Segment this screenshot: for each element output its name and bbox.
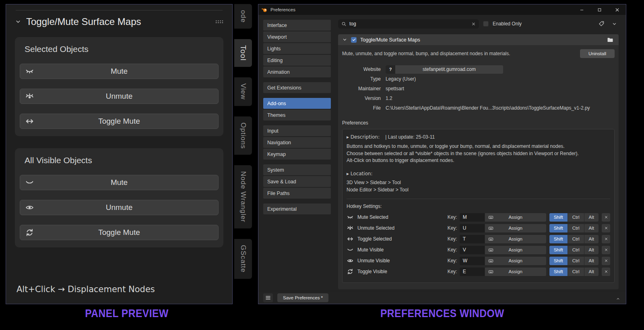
hotkey-row-unmute-visible: Unmute Visible Key: W Assign Shift Ctrl	[347, 257, 610, 265]
toggle-mute-selected-button[interactable]: Toggle Mute	[20, 114, 219, 129]
tab-node[interactable]: ode	[234, 4, 252, 29]
tab-gscatter[interactable]: GScatte	[234, 239, 252, 278]
key-field[interactable]: W	[460, 257, 485, 265]
expand-chevron-icon[interactable]	[342, 37, 347, 42]
nav-item-save-load[interactable]: Save & Load	[263, 176, 331, 187]
close-button[interactable]	[608, 4, 626, 15]
nav-separator	[263, 78, 331, 82]
website-button[interactable]: ? stefanpetit.gumroad.com	[386, 65, 503, 74]
remove-hotkey-button[interactable]	[602, 246, 610, 254]
filter-dropdown-button[interactable]	[610, 19, 619, 28]
key-caption: Key:	[448, 269, 457, 274]
remove-hotkey-button[interactable]	[602, 257, 610, 265]
tab-tool[interactable]: Tool	[234, 39, 252, 67]
nav-item-experimental[interactable]: Experimental	[263, 203, 331, 214]
folder-icon[interactable]	[606, 35, 615, 44]
scroll-up-indicator-icon[interactable]	[616, 297, 620, 301]
nav-item-animation[interactable]: Animation	[263, 66, 331, 77]
nav-item-system[interactable]: System	[263, 164, 331, 175]
nav-item-lights[interactable]: Lights	[263, 43, 331, 54]
maximize-button[interactable]	[590, 4, 608, 15]
toggle-mute-visible-button[interactable]: Toggle Mute	[20, 225, 219, 240]
addon-name: Toggle/Mute Surface Maps	[360, 37, 420, 43]
enabled-only-checkbox[interactable]	[483, 21, 489, 27]
assign-button[interactable]: Assign	[485, 268, 546, 276]
search-input[interactable]: tog	[338, 19, 479, 29]
key-field[interactable]: T	[460, 235, 485, 243]
addon-enabled-checkbox[interactable]	[351, 37, 357, 43]
nav-item-get-extensions[interactable]: Get Extensions	[263, 82, 331, 93]
save-preferences-button[interactable]: Save Preferences *	[277, 293, 328, 302]
hotkey-label: Mute Visible	[357, 247, 448, 253]
remove-hotkey-button[interactable]	[602, 235, 610, 243]
nav-item-navigation[interactable]: Navigation	[263, 137, 331, 148]
arrows-horizontal-icon	[347, 236, 354, 242]
tags-filter-button[interactable]	[597, 19, 606, 28]
addon-header[interactable]: Toggle/Mute Surface Maps	[338, 34, 619, 45]
nav-separator	[263, 160, 331, 164]
key-field[interactable]: E	[460, 268, 485, 276]
uninstall-button[interactable]: Uninstall	[580, 49, 615, 58]
assign-button[interactable]: Assign	[485, 257, 546, 265]
hotkey-label: Unmute Visible	[357, 258, 448, 264]
keyboard-icon	[488, 269, 493, 274]
preferences-main: tog Enabled Only Toggle/Mute Surface Map…	[333, 15, 626, 291]
remove-hotkey-button[interactable]	[602, 268, 610, 276]
ctrl-toggle[interactable]: Ctrl	[568, 257, 584, 265]
nav-item-editing[interactable]: Editing	[263, 55, 331, 66]
mute-selected-button[interactable]: Mute	[20, 64, 219, 79]
tab-view[interactable]: View	[234, 77, 252, 106]
nav-item-interface[interactable]: Interface	[263, 20, 331, 31]
refresh-icon	[347, 268, 354, 275]
field-value: 1.2	[386, 95, 392, 101]
alt-toggle[interactable]: Alt	[584, 257, 599, 265]
alt-toggle[interactable]: Alt	[584, 224, 599, 232]
shift-toggle[interactable]: Shift	[549, 257, 568, 265]
assign-button[interactable]: Assign	[485, 246, 546, 254]
nav-item-addons[interactable]: Add-ons	[263, 98, 331, 109]
key-field[interactable]: U	[460, 224, 485, 232]
shift-toggle[interactable]: Shift	[549, 246, 568, 254]
collapse-chevron-icon[interactable]	[15, 19, 21, 25]
ctrl-toggle[interactable]: Ctrl	[568, 213, 584, 222]
key-field[interactable]: V	[460, 246, 485, 254]
assign-button[interactable]: Assign	[485, 213, 546, 222]
minimize-button[interactable]	[573, 4, 590, 15]
alt-toggle[interactable]: Alt	[584, 246, 599, 254]
ctrl-toggle[interactable]: Ctrl	[568, 224, 584, 232]
nav-item-themes[interactable]: Themes	[263, 110, 331, 120]
unmute-selected-button[interactable]: Unmute	[20, 89, 219, 104]
alt-toggle[interactable]: Alt	[584, 235, 599, 243]
clear-search-icon[interactable]	[471, 22, 476, 26]
field-label: Type	[342, 76, 381, 82]
key-field[interactable]: M	[460, 213, 485, 222]
shift-toggle[interactable]: Shift	[549, 268, 568, 276]
alt-toggle[interactable]: Alt	[584, 268, 599, 276]
nav-item-viewport[interactable]: Viewport	[263, 31, 331, 42]
alt-toggle[interactable]: Alt	[584, 213, 599, 222]
mute-visible-button[interactable]: Mute	[20, 175, 219, 190]
nav-item-input[interactable]: Input	[263, 125, 331, 136]
hotkey-rows: Mute Selected Key: M Assign Shift Ctrl	[347, 213, 610, 276]
shift-toggle[interactable]: Shift	[549, 235, 568, 243]
ctrl-toggle[interactable]: Ctrl	[568, 235, 584, 243]
description-heading-row: ▸ Description: | Last update: 25-03-11	[347, 134, 610, 140]
nav-item-file-paths[interactable]: File Paths	[263, 188, 331, 199]
remove-hotkey-button[interactable]	[602, 224, 610, 232]
unmute-visible-button[interactable]: Unmute	[20, 200, 219, 215]
tab-options[interactable]: Options	[234, 116, 252, 155]
assign-button[interactable]: Assign	[485, 235, 546, 243]
ctrl-toggle[interactable]: Ctrl	[568, 246, 584, 254]
field-row-website: Website ? stefanpetit.gumroad.com	[342, 64, 615, 74]
tab-node-wrangler[interactable]: Node Wrangler	[234, 165, 252, 228]
keyboard-icon	[488, 247, 493, 253]
shift-toggle[interactable]: Shift	[549, 213, 568, 222]
shift-toggle[interactable]: Shift	[549, 224, 568, 232]
ctrl-toggle[interactable]: Ctrl	[568, 268, 584, 276]
grip-icon[interactable]	[215, 20, 223, 24]
field-row-file: File C:\Users\Stefan\AppData\Roaming\Ble…	[342, 103, 615, 113]
assign-button[interactable]: Assign	[485, 224, 546, 232]
remove-hotkey-button[interactable]	[602, 213, 610, 222]
hamburger-menu-button[interactable]	[263, 293, 273, 302]
nav-item-keymap[interactable]: Keymap	[263, 149, 331, 160]
